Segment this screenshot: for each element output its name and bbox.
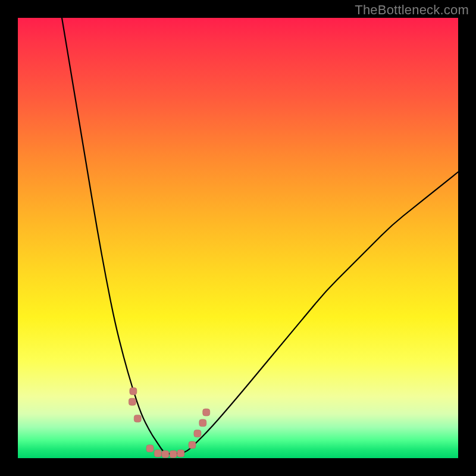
- curve-marker: [170, 450, 177, 458]
- curve-marker: [162, 450, 169, 458]
- bottleneck-curve-svg: [18, 18, 458, 458]
- chart-frame: TheBottleneck.com: [0, 0, 476, 476]
- curve-marker: [189, 441, 196, 449]
- curve-marker: [146, 445, 154, 452]
- curve-marker: [154, 450, 161, 457]
- curve-marker: [203, 409, 210, 416]
- curve-marker: [129, 398, 136, 405]
- curve-marker: [130, 388, 137, 395]
- bottleneck-curve: [62, 18, 458, 454]
- curve-marker: [177, 450, 184, 457]
- curve-marker: [134, 415, 141, 422]
- curve-marker: [199, 419, 206, 427]
- curve-markers: [129, 388, 209, 458]
- plot-area: [18, 18, 458, 458]
- watermark-text: TheBottleneck.com: [355, 2, 469, 18]
- curve-marker: [194, 430, 201, 437]
